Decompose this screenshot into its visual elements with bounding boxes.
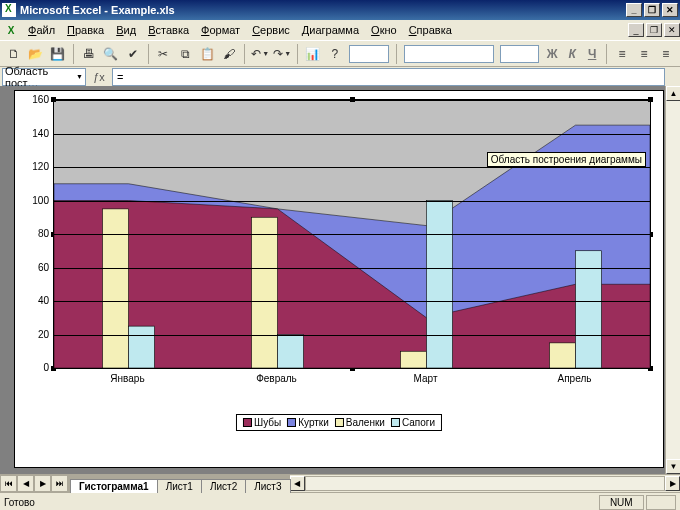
bar-Сапоги[interactable] — [427, 201, 453, 369]
legend-item[interactable]: Валенки — [335, 417, 385, 428]
standard-toolbar: 🗋 📂 💾 🖶 🔍 ✔ ✂ ⧉ 📋 🖌 ↶▼ ↷▼ 📊 ? Ж К Ч ≡ ≡ … — [0, 40, 680, 66]
y-tick-label: 100 — [32, 194, 49, 205]
y-tick-label: 160 — [32, 94, 49, 105]
sheet-tab-strip: ⏮ ◀ ▶ ⏭ Гистограмма1Лист1Лист2Лист3 ◀ ▶ — [0, 474, 680, 492]
bar-Сапоги[interactable] — [278, 335, 304, 369]
y-tick-label: 0 — [43, 362, 49, 373]
status-ready: Готово — [4, 497, 35, 508]
legend-label: Шубы — [254, 417, 281, 428]
scroll-up-icon[interactable]: ▲ — [666, 86, 680, 101]
y-tick-label: 40 — [38, 295, 49, 306]
menu-правка[interactable]: Правка — [61, 22, 110, 38]
doc-minimize-button[interactable]: _ — [628, 23, 644, 37]
undo-icon[interactable]: ↶▼ — [250, 43, 270, 65]
tab-first-button[interactable]: ⏮ — [0, 475, 17, 492]
menu-формат[interactable]: Формат — [195, 22, 246, 38]
menu-вид[interactable]: Вид — [110, 22, 142, 38]
scroll-right-icon[interactable]: ▶ — [665, 476, 680, 491]
menu-диаграмма[interactable]: Диаграмма — [296, 22, 365, 38]
plot-area[interactable]: Область построения диаграммы — [53, 99, 651, 369]
align-right-icon[interactable]: ≡ — [656, 43, 676, 65]
formula-input[interactable]: = — [112, 68, 665, 86]
titlebar: Microsoft Excel - Example.xls _ ❐ ✕ — [0, 0, 680, 20]
minimize-button[interactable]: _ — [626, 3, 642, 17]
help-icon[interactable]: ? — [325, 43, 345, 65]
open-icon[interactable]: 📂 — [26, 43, 46, 65]
italic-button[interactable]: К — [563, 47, 581, 61]
chevron-down-icon[interactable]: ▼ — [76, 73, 83, 80]
align-left-icon[interactable]: ≡ — [612, 43, 632, 65]
spell-icon[interactable]: ✔ — [123, 43, 143, 65]
vertical-scrollbar[interactable]: ▲ ▼ — [665, 86, 680, 474]
doc-close-button[interactable]: ✕ — [664, 23, 680, 37]
legend-label: Сапоги — [402, 417, 435, 428]
window-title: Microsoft Excel - Example.xls — [20, 4, 175, 16]
tab-last-button[interactable]: ⏭ — [51, 475, 68, 492]
paste-icon[interactable]: 📋 — [197, 43, 217, 65]
sheet-tab[interactable]: Лист2 — [201, 479, 246, 493]
close-button[interactable]: ✕ — [662, 3, 678, 17]
fx-icon[interactable]: ƒx — [90, 71, 108, 83]
tab-nav: ⏮ ◀ ▶ ⏭ — [0, 475, 68, 492]
legend-swatch — [335, 418, 344, 427]
redo-icon[interactable]: ↷▼ — [272, 43, 292, 65]
bar-Валенки[interactable] — [401, 351, 427, 368]
x-tick-label: Январь — [110, 373, 144, 384]
legend-swatch — [287, 418, 296, 427]
print-icon[interactable]: 🖶 — [79, 43, 99, 65]
y-tick-label: 60 — [38, 261, 49, 272]
legend-label: Валенки — [346, 417, 385, 428]
menu-окно[interactable]: Окно — [365, 22, 403, 38]
sheet-tabs: Гистограмма1Лист1Лист2Лист3 — [68, 475, 290, 493]
statusbar: Готово NUM — [0, 492, 680, 510]
chart-wizard-icon[interactable]: 📊 — [303, 43, 323, 65]
copy-icon[interactable]: ⧉ — [175, 43, 195, 65]
scroll-down-icon[interactable]: ▼ — [666, 459, 680, 474]
menu-сервис[interactable]: Сервис — [246, 22, 296, 38]
tab-prev-button[interactable]: ◀ — [17, 475, 34, 492]
menu-справка[interactable]: Справка — [403, 22, 458, 38]
formula-bar: Область пост… ▼ ƒx = — [0, 66, 680, 86]
status-blank — [646, 495, 676, 510]
format-painter-icon[interactable]: 🖌 — [219, 43, 239, 65]
fontsize-combo[interactable] — [500, 45, 540, 63]
chart-sheet[interactable]: 020406080100120140160 Область построения… — [14, 90, 664, 468]
align-center-icon[interactable]: ≡ — [634, 43, 654, 65]
zoom-combo[interactable] — [349, 45, 389, 63]
font-combo[interactable] — [404, 45, 494, 63]
menubar: X ФайлПравкаВидВставкаФорматСервисДиагра… — [0, 20, 680, 40]
tab-next-button[interactable]: ▶ — [34, 475, 51, 492]
menu-вставка[interactable]: Вставка — [142, 22, 195, 38]
legend-item[interactable]: Куртки — [287, 417, 329, 428]
underline-button[interactable]: Ч — [583, 47, 601, 61]
preview-icon[interactable]: 🔍 — [101, 43, 121, 65]
menu-файл[interactable]: Файл — [22, 22, 61, 38]
chart-legend[interactable]: ШубыКурткиВаленкиСапоги — [236, 414, 442, 431]
cut-icon[interactable]: ✂ — [154, 43, 174, 65]
y-tick-label: 140 — [32, 127, 49, 138]
new-icon[interactable]: 🗋 — [4, 43, 24, 65]
bar-Валенки[interactable] — [103, 209, 129, 368]
bar-Валенки[interactable] — [252, 217, 278, 368]
legend-item[interactable]: Шубы — [243, 417, 281, 428]
doc-restore-button[interactable]: ❐ — [646, 23, 662, 37]
horizontal-scrollbar[interactable]: ◀ ▶ — [290, 475, 680, 492]
maximize-button[interactable]: ❐ — [644, 3, 660, 17]
y-tick-label: 120 — [32, 161, 49, 172]
sheet-tab[interactable]: Лист3 — [245, 479, 290, 493]
sheet-tab[interactable]: Лист1 — [157, 479, 202, 493]
bold-button[interactable]: Ж — [543, 47, 561, 61]
bar-Сапоги[interactable] — [129, 326, 155, 368]
legend-item[interactable]: Сапоги — [391, 417, 435, 428]
legend-swatch — [391, 418, 400, 427]
save-icon[interactable]: 💾 — [48, 43, 68, 65]
chart-object[interactable]: 020406080100120140160 Область построения… — [21, 95, 657, 437]
bar-Валенки[interactable] — [550, 343, 576, 368]
formula-value: = — [117, 71, 123, 83]
x-tick-label: Февраль — [256, 373, 297, 384]
sheet-tab[interactable]: Гистограмма1 — [70, 479, 158, 493]
scroll-left-icon[interactable]: ◀ — [290, 476, 305, 491]
name-box-value: Область пост… — [5, 65, 76, 89]
x-tick-label: Март — [414, 373, 438, 384]
name-box[interactable]: Область пост… ▼ — [2, 68, 86, 86]
